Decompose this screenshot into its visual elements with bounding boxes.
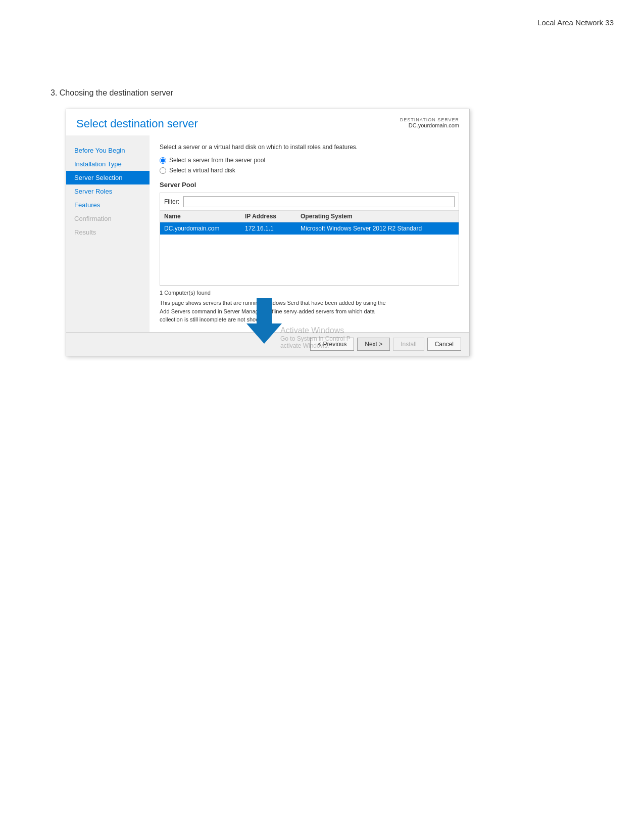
table-cell-name: DC.yourdomain.com (164, 225, 245, 232)
server-pool-box: Filter: Name IP Address Operating System… (160, 193, 459, 286)
server-pool-title: Server Pool (160, 181, 459, 189)
radio-vhd-input[interactable] (160, 167, 166, 174)
cancel-button[interactable]: Cancel (427, 338, 461, 351)
found-text: 1 Computer(s) found (160, 290, 459, 296)
right-content: Select a server or a virtual hard disk o… (150, 135, 469, 332)
filter-row: Filter: (160, 193, 459, 211)
left-nav: Before You Begin Installation Type Serve… (66, 135, 150, 332)
col-header-name: Name (164, 213, 245, 220)
table-empty-space (160, 235, 459, 285)
radio-server-pool[interactable]: Select a server from the server pool (160, 157, 459, 164)
dialog-header: Select destination server DESTINATION SE… (66, 109, 469, 135)
nav-item-results: Results (66, 225, 150, 239)
section-label: 3. Choosing the destination server (51, 88, 173, 98)
table-row[interactable]: DC.yourdomain.com 172.16.1.1 Microsoft W… (160, 222, 459, 235)
nav-item-features[interactable]: Features (66, 198, 150, 212)
nav-item-server-roles[interactable]: Server Roles (66, 184, 150, 198)
svg-marker-0 (246, 298, 282, 344)
radio-group: Select a server from the server pool Sel… (160, 157, 459, 174)
col-header-ip: IP Address (245, 213, 301, 220)
install-button: Install (393, 338, 424, 351)
destination-server-label: DESTINATION SERVER (400, 117, 459, 122)
filter-label: Filter: (164, 198, 179, 205)
radio-server-pool-label: Select a server from the server pool (169, 157, 265, 164)
description-text: Select a server or a virtual hard disk o… (160, 144, 459, 151)
radio-vhd-label: Select a virtual hard disk (169, 167, 235, 174)
table-cell-os: Microsoft Windows Server 2012 R2 Standar… (301, 225, 455, 232)
previous-button[interactable]: < Previous (310, 338, 354, 351)
nav-item-before-you-begin[interactable]: Before You Begin (66, 144, 150, 157)
destination-server-name: DC.yourdomain.com (400, 122, 459, 128)
nav-item-installation-type[interactable]: Installation Type (66, 157, 150, 171)
nav-item-server-selection[interactable]: Server Selection (66, 171, 150, 184)
radio-vhd[interactable]: Select a virtual hard disk (160, 167, 459, 174)
page-header: Local Area Network 33 (537, 18, 614, 27)
nav-item-confirmation: Confirmation (66, 212, 150, 225)
filter-input[interactable] (183, 196, 455, 207)
next-button[interactable]: Next > (357, 338, 390, 351)
radio-server-pool-input[interactable] (160, 157, 166, 164)
info-text: This page shows servers that are running… (160, 299, 459, 324)
destination-server-info: DESTINATION SERVER DC.yourdomain.com (400, 117, 459, 128)
table-header: Name IP Address Operating System (160, 211, 459, 222)
dialog-title: Select destination server (76, 117, 198, 130)
table-cell-ip: 172.16.1.1 (245, 225, 301, 232)
arrow-overlay (246, 298, 282, 345)
col-header-os: Operating System (301, 213, 455, 220)
